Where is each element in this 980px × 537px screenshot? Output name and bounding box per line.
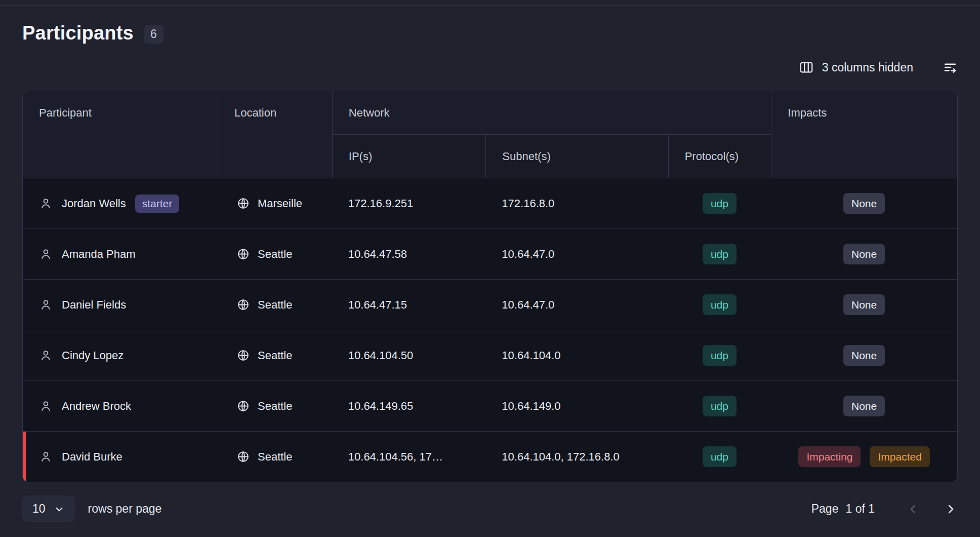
page-header: Participants 6 (22, 0, 958, 44)
ips-value: 10.64.104.50 (348, 349, 413, 362)
person-icon (39, 450, 53, 464)
table-row[interactable]: Jordan Wells starter Marseille 172.16.9.… (23, 178, 957, 228)
subnets-value: 10.64.104.0 (502, 349, 560, 362)
location-label: Seattle (258, 349, 293, 362)
rows-per-page-select[interactable]: 10 (22, 495, 75, 522)
top-divider (0, 5, 980, 6)
column-header-location: Location (218, 91, 332, 178)
ips-cell: 10.64.47.58 (332, 229, 486, 279)
globe-icon (237, 400, 250, 412)
protocol-badge: udp (703, 446, 737, 467)
rows-per-page-label: rows per page (88, 502, 162, 516)
column-header-ips: IP(s) (332, 135, 486, 178)
impact-badge: Impacted (870, 446, 929, 467)
participant-name: David Burke (62, 450, 123, 464)
pagination: Page 1 of 1 (811, 502, 958, 516)
globe-icon (237, 248, 250, 260)
subnets-value: 10.64.104.0, 172.16.8.0 (502, 450, 619, 464)
impact-badge: Impacting (798, 446, 861, 467)
chevron-down-icon (54, 504, 65, 515)
table-row[interactable]: Cindy Lopez Seattle 10.64.104.50 10.64.1… (23, 330, 957, 380)
rows-per-page-value: 10 (32, 502, 46, 516)
columns-hidden-button[interactable]: 3 columns hidden (799, 60, 913, 75)
table-body: Jordan Wells starter Marseille 172.16.9.… (23, 178, 957, 482)
location-cell: Seattle (218, 280, 332, 330)
column-header-subnets: Subnet(s) (485, 135, 668, 178)
columns-icon (799, 60, 814, 75)
table-row[interactable]: Daniel Fields Seattle 10.64.47.15 10.64.… (23, 279, 957, 330)
impact-badge: None (843, 193, 885, 214)
subnets-value: 172.16.8.0 (502, 197, 554, 210)
participant-cell: Daniel Fields (23, 280, 218, 330)
column-header-protocols: Protocol(s) (668, 135, 771, 178)
protocol-badge: udp (703, 294, 737, 315)
subnets-cell: 10.64.104.0 (485, 330, 668, 380)
protocol-badge: udp (703, 193, 737, 214)
impact-badge: None (843, 244, 885, 264)
subnets-cell: 10.64.104.0, 172.16.8.0 (485, 432, 668, 482)
protocol-cell: udp (668, 330, 771, 380)
location-label: Marseille (258, 197, 302, 210)
protocol-cell: udp (668, 381, 771, 431)
subnets-value: 10.64.47.0 (502, 298, 554, 312)
table-settings-icon (943, 60, 958, 75)
table-toolbar: 3 columns hidden (22, 56, 958, 79)
ips-value: 10.64.47.58 (348, 248, 407, 261)
previous-page-button[interactable] (906, 502, 920, 516)
protocol-cell: udp (668, 432, 771, 482)
ips-cell: 10.64.149.65 (332, 381, 486, 431)
table-settings-button[interactable] (943, 60, 958, 75)
location-cell: Seattle (218, 381, 332, 431)
participant-name: Jordan Wells (62, 197, 126, 210)
protocol-cell: udp (668, 229, 771, 279)
location-label: Seattle (258, 400, 293, 413)
participants-table: Participant Location Network Impacts IP(… (22, 91, 958, 482)
page-label: Page (811, 502, 839, 516)
participant-name: Amanda Pham (62, 248, 136, 261)
participant-role-badge: starter (135, 195, 180, 213)
impacts-cell: None (771, 178, 957, 228)
globe-icon (237, 450, 250, 463)
table-row[interactable]: David Burke Seattle 10.64.104.56, 17… 10… (23, 431, 957, 482)
globe-icon (237, 298, 250, 311)
location-label: Seattle (258, 248, 293, 261)
person-icon (39, 197, 53, 210)
impacts-cell: None (771, 280, 957, 330)
location-label: Seattle (258, 450, 293, 464)
location-cell: Marseille (218, 178, 332, 228)
location-cell: Seattle (218, 432, 332, 482)
ips-value: 10.64.104.56, 17… (348, 450, 443, 464)
page-title: Participants (22, 22, 134, 44)
ips-value: 10.64.47.15 (348, 298, 407, 312)
ips-cell: 10.64.104.50 (332, 330, 486, 380)
table-footer: 10 rows per page Page 1 of 1 (22, 495, 958, 522)
impacts-cell: None (771, 330, 957, 380)
table-row[interactable]: Amanda Pham Seattle 10.64.47.58 10.64.47… (23, 228, 957, 279)
participant-cell: David Burke (23, 432, 218, 482)
location-label: Seattle (258, 298, 293, 312)
table-header: Participant Location Network Impacts IP(… (23, 91, 957, 178)
impact-badge: None (843, 396, 885, 416)
next-page-button[interactable] (944, 502, 958, 516)
page-value: 1 of 1 (845, 502, 875, 516)
columns-hidden-label: 3 columns hidden (822, 61, 913, 74)
impact-badge: None (843, 294, 885, 315)
participant-cell: Jordan Wells starter (23, 178, 218, 228)
protocol-badge: udp (703, 244, 737, 264)
protocol-cell: udp (668, 280, 771, 330)
globe-icon (237, 197, 250, 210)
ips-value: 10.64.149.65 (348, 400, 413, 413)
subnets-value: 10.64.47.0 (502, 248, 554, 261)
ips-value: 172.16.9.251 (348, 197, 413, 210)
table-row[interactable]: Andrew Brock Seattle 10.64.149.65 10.64.… (23, 380, 957, 431)
participant-name: Andrew Brock (62, 400, 131, 413)
participant-name: Cindy Lopez (62, 349, 124, 362)
subnets-cell: 10.64.47.0 (485, 280, 668, 330)
protocol-cell: udp (668, 178, 771, 228)
column-header-network: Network (332, 91, 771, 135)
impacts-cell: ImpactingImpacted (771, 432, 957, 482)
subnets-cell: 10.64.149.0 (485, 381, 668, 431)
globe-icon (237, 349, 250, 362)
person-icon (39, 399, 53, 413)
impact-badge: None (843, 345, 885, 366)
